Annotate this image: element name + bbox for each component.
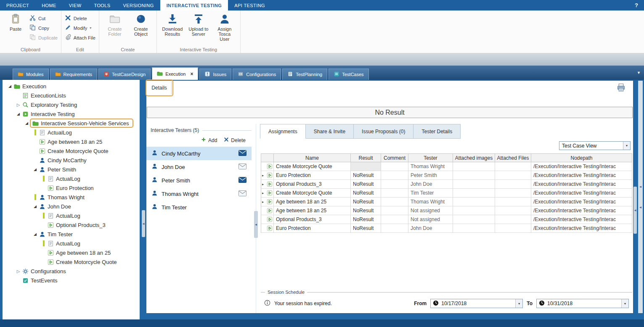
mail-filled-icon[interactable] bbox=[239, 150, 246, 157]
tree-item-create-motorcycle-quote[interactable]: Create Motorcycle Quote bbox=[3, 146, 140, 156]
close-icon[interactable]: × bbox=[190, 71, 193, 77]
tree-item-execution[interactable]: ◢Execution bbox=[3, 82, 140, 91]
ribbon-button-attach-file[interactable]: Attach File bbox=[65, 34, 95, 41]
delete-tester-button[interactable]: Delete bbox=[224, 137, 246, 143]
ribbon-button-upload-to-server[interactable]: Upload to Server bbox=[186, 12, 211, 38]
table-row[interactable]: ▸Create Motorcycle QuoteNoResultTim Test… bbox=[261, 189, 632, 198]
menu-tab-home[interactable]: HOME bbox=[35, 0, 63, 11]
expander-expanded-icon[interactable]: ◢ bbox=[32, 204, 38, 208]
workspace-tab-execution[interactable]: Execution× bbox=[152, 67, 198, 80]
tree-item-age-between-18-an-25[interactable]: Age between 18 an 25 bbox=[3, 248, 140, 257]
ribbon-button-create-object[interactable]: Create Object bbox=[129, 12, 153, 38]
collapse-left-icon[interactable]: ◄ bbox=[639, 206, 642, 209]
ribbon-button-copy[interactable]: Copy bbox=[29, 24, 58, 32]
row-expander-icon[interactable]: ▸ bbox=[262, 200, 266, 204]
tree-item-exploratory-testing[interactable]: ▷Exploratory Testing bbox=[3, 100, 140, 109]
expander-expanded-icon[interactable]: ◢ bbox=[24, 121, 30, 125]
expander-expanded-icon[interactable]: ◢ bbox=[7, 84, 13, 88]
column-header-result[interactable]: Result bbox=[351, 154, 381, 162]
tree-item-actuallog[interactable]: ActualLog bbox=[3, 211, 140, 220]
tab-issue-proposals-0[interactable]: Issue Proposals (0) bbox=[354, 124, 413, 139]
tree-item-tim-tester[interactable]: ◢Tim Tester bbox=[3, 229, 140, 239]
testers-splitter-handle[interactable]: ◄ bbox=[254, 211, 258, 238]
expander-expanded-icon[interactable]: ◢ bbox=[15, 112, 21, 116]
table-row[interactable]: Create Motorcycle QuoteThomas Wright/Exe… bbox=[261, 162, 632, 171]
tree-item-actuallog[interactable]: ActualLog bbox=[3, 128, 140, 137]
help-button[interactable]: ? bbox=[629, 0, 644, 11]
workspace-tab-requirements[interactable]: Requirements bbox=[50, 69, 97, 80]
workspace-tab-configurations[interactable]: Configurations bbox=[233, 69, 281, 80]
ribbon-button-paste[interactable]: Paste bbox=[3, 12, 28, 33]
tree-item-cindy-mccarthy[interactable]: Cindy McCarthy bbox=[3, 156, 140, 165]
column-header-name[interactable]: Name bbox=[274, 154, 351, 162]
ribbon-button-create-folder[interactable]: Create Folder bbox=[103, 12, 127, 38]
chevron-down-icon[interactable]: ▼ bbox=[621, 299, 628, 308]
table-row[interactable]: ▸Euro ProtectionNoResultPeter Smith/Exec… bbox=[261, 171, 632, 180]
tree-item-john-doe[interactable]: ◢John Doe bbox=[3, 202, 140, 211]
column-header-comment[interactable]: Comment bbox=[381, 154, 408, 162]
to-date-picker[interactable]: 10/31/2018 ▼ bbox=[536, 299, 629, 308]
tree-item-optional-products-3[interactable]: Optional Products_3 bbox=[3, 220, 140, 229]
ribbon-button-download-results[interactable]: Download Results bbox=[160, 12, 185, 38]
from-date-picker[interactable]: 10/17/2018 ▼ bbox=[430, 299, 523, 308]
tab-assignments[interactable]: Assignments bbox=[260, 124, 306, 139]
menu-tab-view[interactable]: VIEW bbox=[63, 0, 88, 11]
expander-collapsed-icon[interactable]: ▷ bbox=[15, 269, 21, 274]
tree-item-testevents[interactable]: TestEvents bbox=[3, 276, 140, 285]
tab-tester-details[interactable]: Tester Details bbox=[413, 124, 461, 139]
table-row[interactable]: Euro ProtectionNoResultJohn Doe/Executio… bbox=[261, 224, 632, 233]
table-row[interactable]: ▸Optional Products_3NoResultJohn Doe/Exe… bbox=[261, 180, 632, 189]
tree-item-actuallog[interactable]: ActualLog bbox=[3, 174, 140, 183]
workspace-tab-issues[interactable]: Issues bbox=[199, 69, 231, 80]
menu-tab-versioning[interactable]: VERSIONING bbox=[117, 0, 160, 11]
menu-tab-tools[interactable]: TOOLS bbox=[87, 0, 117, 11]
expander-expanded-icon[interactable]: ◢ bbox=[32, 232, 38, 236]
table-row[interactable]: Age between 18 an 25NoResultNot assigned… bbox=[261, 206, 632, 215]
right-collapse-bar[interactable]: ◄◄ bbox=[638, 81, 643, 313]
tree-item-peter-smith[interactable]: ◢Peter Smith bbox=[3, 165, 140, 174]
tester-row-peter-smith[interactable]: Peter Smith bbox=[146, 174, 252, 187]
row-expander-icon[interactable]: ▸ bbox=[262, 191, 266, 195]
tab-share-invite[interactable]: Share & Invite bbox=[306, 124, 354, 139]
workspace-tab-testcasedesign[interactable]: TestCaseDesign bbox=[98, 69, 151, 80]
tree-item-actuallog[interactable]: ActualLog bbox=[3, 239, 140, 248]
mail-outline-icon[interactable] bbox=[239, 164, 246, 171]
tree-item-executionlists[interactable]: ExecutionLists bbox=[3, 91, 140, 100]
tree-item-interactive-testing[interactable]: ◢Interactive Testing bbox=[3, 109, 140, 119]
tester-row-thomas-wright[interactable]: Thomas Wright bbox=[146, 187, 252, 200]
tree-splitter-handle[interactable]: ◄ bbox=[142, 210, 145, 237]
tree-item-interactive-session-vehicle-services[interactable]: ◢Interactive Session-Vehicle Services bbox=[3, 119, 140, 128]
column-header-attached-images[interactable]: Attached images bbox=[453, 154, 495, 162]
print-icon[interactable] bbox=[617, 83, 625, 94]
mail-filled-icon[interactable] bbox=[239, 177, 246, 184]
view-mode-select[interactable]: Test Case View ▼ bbox=[559, 141, 631, 150]
menu-tab-project[interactable]: PROJECT bbox=[0, 0, 35, 11]
row-expander-icon[interactable]: ▸ bbox=[262, 182, 266, 186]
expander-collapsed-icon[interactable]: ▷ bbox=[15, 103, 21, 107]
collapse-left-icon[interactable]: ◄ bbox=[639, 185, 642, 189]
row-expander-icon[interactable]: ▸ bbox=[262, 174, 266, 177]
chevron-down-icon[interactable]: ▼ bbox=[515, 299, 522, 308]
tester-row-cindy-mccarthy[interactable]: Cindy McCarthy bbox=[146, 147, 252, 160]
ribbon-button-assign-tosca-user[interactable]: Assign Tosca User bbox=[212, 12, 237, 43]
tree-item-create-motorcycle-quote[interactable]: Create Motorcycle Quote bbox=[3, 257, 140, 266]
tab-details[interactable]: Details bbox=[147, 81, 172, 95]
column-header-attached-files[interactable]: Attached Files bbox=[495, 154, 531, 162]
ribbon-button-duplicate[interactable]: Duplicate bbox=[29, 34, 58, 41]
tester-row-john-doe[interactable]: John Doe bbox=[146, 160, 252, 174]
add-tester-button[interactable]: Add bbox=[201, 137, 217, 143]
ribbon-button-modify[interactable]: Modify▾ bbox=[65, 24, 95, 32]
column-header-nodepath[interactable]: Nodepath bbox=[531, 154, 632, 162]
tab-overflow-chevron-down-icon[interactable]: ▼ bbox=[637, 71, 641, 75]
menu-tab-api-testing[interactable]: API TESTING bbox=[228, 0, 271, 11]
tester-row-tim-tester[interactable]: Tim Tester bbox=[146, 200, 252, 214]
table-row[interactable]: ▸Age between 18 an 25NoResultThomas Wrig… bbox=[261, 198, 632, 206]
table-row[interactable]: Optional Products_3NoResultNot assigned/… bbox=[261, 215, 632, 224]
mail-outline-icon[interactable] bbox=[239, 190, 246, 198]
ribbon-button-cut[interactable]: Cut bbox=[29, 15, 58, 22]
tree-item-thomas-wright[interactable]: Thomas Wright bbox=[3, 193, 140, 202]
workspace-tab-testcases[interactable]: TestCases bbox=[329, 69, 368, 80]
ribbon-button-delete[interactable]: Delete bbox=[65, 15, 95, 22]
tree-item-configurations[interactable]: ▷Configurations bbox=[3, 266, 140, 276]
column-header-tester[interactable]: Tester bbox=[408, 154, 453, 162]
